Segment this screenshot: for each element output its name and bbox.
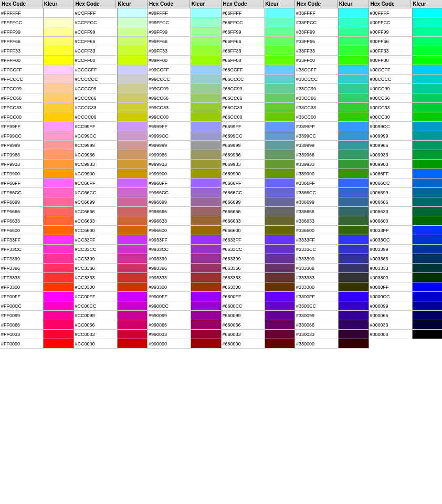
color-row[interactable]: #CCCC66: [74, 93, 148, 103]
color-row[interactable]: #33CCFF: [295, 65, 369, 75]
color-swatch[interactable]: [265, 311, 294, 320]
color-swatch[interactable]: [339, 37, 368, 46]
color-row[interactable]: #FFFFCC: [0, 18, 73, 27]
color-swatch[interactable]: [191, 27, 220, 36]
color-swatch[interactable]: [413, 84, 442, 93]
color-row[interactable]: #33CC33: [295, 103, 369, 112]
color-swatch[interactable]: [413, 216, 442, 225]
color-swatch[interactable]: [118, 160, 147, 169]
color-swatch[interactable]: [44, 245, 73, 254]
color-swatch[interactable]: [339, 207, 368, 216]
color-swatch[interactable]: [265, 197, 294, 206]
color-row[interactable]: #990099: [148, 311, 221, 320]
color-swatch[interactable]: [118, 264, 147, 272]
color-swatch[interactable]: [44, 207, 73, 216]
color-swatch[interactable]: [191, 235, 220, 244]
color-swatch[interactable]: [413, 178, 442, 187]
color-swatch[interactable]: [44, 150, 73, 159]
color-swatch[interactable]: [339, 8, 368, 17]
color-swatch[interactable]: [118, 207, 147, 216]
color-row[interactable]: #339999: [295, 141, 369, 150]
color-swatch[interactable]: [265, 330, 294, 339]
color-swatch[interactable]: [118, 320, 147, 329]
color-swatch[interactable]: [44, 37, 73, 46]
color-row[interactable]: #CC99FF: [74, 122, 148, 131]
color-row[interactable]: #993300: [148, 282, 221, 292]
color-row[interactable]: #996699: [148, 197, 221, 207]
color-row[interactable]: #006666: [369, 197, 443, 207]
color-swatch[interactable]: [191, 188, 220, 197]
color-swatch[interactable]: [339, 75, 368, 83]
color-row[interactable]: #000066: [369, 311, 443, 320]
color-row[interactable]: #33CC99: [295, 84, 369, 93]
color-row[interactable]: #3300CC: [295, 301, 369, 311]
color-row[interactable]: #333399: [295, 254, 369, 264]
color-swatch[interactable]: [44, 65, 73, 74]
color-row[interactable]: #000000: [369, 330, 443, 339]
color-row[interactable]: #CC66FF: [74, 178, 148, 188]
color-swatch[interactable]: [118, 216, 147, 225]
color-row[interactable]: #CC9933: [74, 160, 148, 169]
color-swatch[interactable]: [265, 37, 294, 46]
color-swatch[interactable]: [339, 254, 368, 263]
color-swatch[interactable]: [413, 160, 442, 169]
color-swatch[interactable]: [413, 301, 442, 310]
color-row[interactable]: #FF9933: [0, 160, 73, 169]
color-row[interactable]: #00CCCC: [369, 75, 443, 84]
color-row[interactable]: #66CC66: [222, 93, 295, 103]
color-row[interactable]: #333333: [295, 273, 369, 282]
color-swatch[interactable]: [413, 188, 442, 197]
color-swatch[interactable]: [413, 330, 442, 339]
color-swatch[interactable]: [191, 216, 220, 225]
color-row[interactable]: #66CCFF: [222, 65, 295, 75]
color-swatch[interactable]: [118, 75, 147, 83]
color-swatch[interactable]: [265, 46, 294, 55]
color-row[interactable]: #FFCCCC: [0, 75, 73, 84]
color-row[interactable]: #333300: [295, 282, 369, 292]
color-swatch[interactable]: [265, 75, 294, 83]
color-swatch[interactable]: [339, 311, 368, 320]
color-swatch[interactable]: [191, 65, 220, 74]
color-swatch[interactable]: [118, 150, 147, 159]
color-row[interactable]: #CC00FF: [74, 292, 148, 301]
color-row[interactable]: #66FF33: [222, 46, 295, 56]
color-swatch[interactable]: [265, 216, 294, 225]
color-swatch[interactable]: [118, 330, 147, 339]
color-swatch[interactable]: [339, 320, 368, 329]
color-row[interactable]: #6666CC: [222, 188, 295, 197]
color-swatch[interactable]: [413, 65, 442, 74]
color-row[interactable]: #CCFF00: [74, 56, 148, 65]
color-swatch[interactable]: [413, 150, 442, 159]
color-row[interactable]: #003300: [369, 273, 443, 282]
color-swatch[interactable]: [339, 56, 368, 65]
color-row[interactable]: #666633: [222, 216, 295, 226]
color-swatch[interactable]: [413, 197, 442, 206]
color-row[interactable]: #66FFFF: [222, 8, 295, 18]
color-swatch[interactable]: [44, 235, 73, 244]
color-row[interactable]: #00FF99: [369, 27, 443, 37]
color-swatch[interactable]: [339, 330, 368, 339]
color-swatch[interactable]: [265, 169, 294, 178]
color-row[interactable]: #990066: [148, 320, 221, 330]
color-row[interactable]: #FFFF99: [0, 27, 73, 37]
color-row[interactable]: #996633: [148, 216, 221, 226]
color-swatch[interactable]: [265, 56, 294, 65]
color-swatch[interactable]: [44, 75, 73, 83]
color-row[interactable]: #CC33CC: [74, 245, 148, 254]
color-row[interactable]: #330066: [295, 320, 369, 330]
color-swatch[interactable]: [191, 122, 220, 131]
color-swatch[interactable]: [339, 65, 368, 74]
color-swatch[interactable]: [265, 339, 294, 348]
color-row[interactable]: #FF33FF: [0, 235, 73, 245]
color-row[interactable]: #3366FF: [295, 178, 369, 188]
color-row[interactable]: #CCCC33: [74, 103, 148, 112]
color-row[interactable]: #660099: [222, 311, 295, 320]
color-swatch[interactable]: [413, 46, 442, 55]
color-swatch[interactable]: [191, 320, 220, 329]
color-swatch[interactable]: [339, 122, 368, 131]
color-swatch[interactable]: [44, 56, 73, 65]
color-row[interactable]: #33FFFF: [295, 8, 369, 18]
color-swatch[interactable]: [191, 46, 220, 55]
color-row[interactable]: #99FFFF: [148, 8, 221, 18]
color-row[interactable]: #003333: [369, 264, 443, 273]
